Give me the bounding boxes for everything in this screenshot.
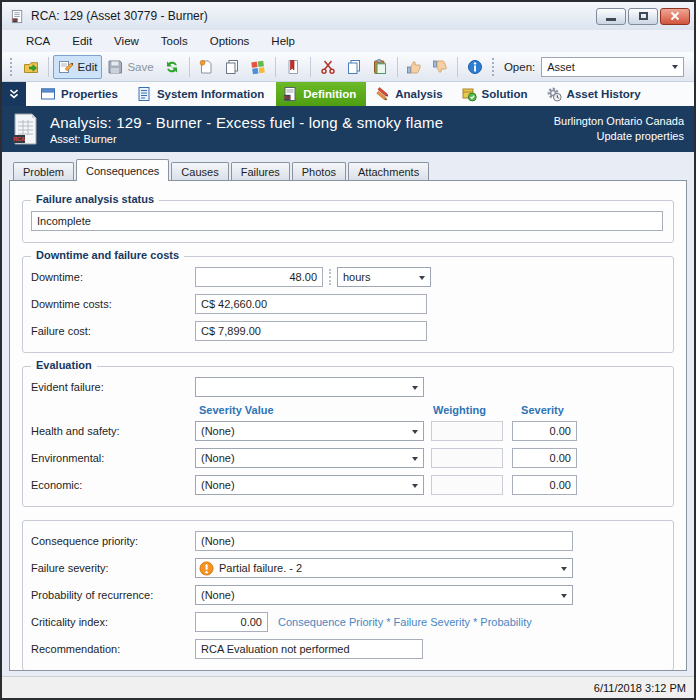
tab-strip: Problem Consequences Causes Failures Pho… [9,158,687,180]
probability-of-recurrence-label: Probability of recurrence: [31,589,195,601]
economic-value: (None) [196,479,407,491]
nav-item-properties[interactable]: Properties [34,82,128,106]
banner-location: Burlington Ontario Canada [554,114,684,129]
failure-analysis-status-field[interactable]: Incomplete [31,211,663,231]
environmental-combobox[interactable]: (None) [195,448,424,468]
tab-problem[interactable]: Problem [13,162,74,181]
info-button[interactable] [462,55,488,79]
approve-button[interactable] [401,55,427,79]
group-failure-analysis-status: Failure analysis status Incomplete [22,200,674,243]
menu-item-options[interactable]: Options [200,32,260,50]
rca-banner-icon: RCA [12,113,38,145]
open-combobox-value: Asset [542,61,667,73]
economic-severity-field[interactable]: 0.00 [512,475,577,495]
paste-button[interactable] [367,55,393,79]
severity-value-header: Severity Value [195,404,431,416]
cut-icon [320,59,336,75]
collapse-button[interactable] [2,82,26,106]
chevron-down-icon[interactable] [407,422,423,440]
chevron-down-icon[interactable] [556,559,572,577]
chevron-down-icon[interactable] [414,268,430,286]
group-title: Failure analysis status [31,193,159,205]
menu-item-tools[interactable]: Tools [151,32,198,50]
maximize-icon [639,12,648,20]
close-icon [670,11,680,21]
copy-button[interactable] [341,55,367,79]
group-summary: Consequence priority: (None) Failure sev… [22,520,674,671]
tab-consequences[interactable]: Consequences [76,159,169,181]
copy-pages-icon [224,59,240,75]
probability-of-recurrence-combobox[interactable]: (None) [195,585,573,605]
health-safety-label: Health and safety: [31,425,195,437]
red-bookmark-icon [285,59,301,75]
recommendation-label: Recommendation: [31,643,195,655]
menu-item-edit[interactable]: Edit [62,32,102,50]
status-datetime: 6/11/2018 3:12 PM [594,682,686,694]
new-item-button[interactable] [193,55,219,79]
nav-item-definition[interactable]: RCA Definition [276,82,366,106]
economic-combobox[interactable]: (None) [195,475,424,495]
maximize-button[interactable] [628,8,658,25]
nav-item-asset-history[interactable]: Asset History [540,82,651,106]
minimize-icon [606,18,616,21]
nav-item-label: Analysis [395,88,442,100]
environmental-severity-field[interactable]: 0.00 [512,448,577,468]
update-properties-link[interactable]: Update properties [554,129,684,144]
downtime-unit-combobox[interactable]: hours [337,267,431,287]
chevron-down-icon[interactable] [556,586,572,604]
recommendation-field[interactable]: RCA Evaluation not performed [195,639,423,659]
group-downtime-costs: Downtime and failure costs Downtime: 48.… [22,256,674,353]
cut-button[interactable] [315,55,341,79]
chevron-down-icon[interactable] [667,58,683,76]
downtime-input[interactable]: 48.00 [195,267,323,287]
nav-item-system-information[interactable]: System Information [130,82,274,106]
reject-button[interactable] [427,55,453,79]
open-folder-button[interactable] [18,55,44,79]
edit-button-label: Edit [78,61,98,73]
criticality-formula-text: Consequence Priority * Failure Severity … [278,616,532,628]
close-button[interactable] [660,8,690,25]
tab-attachments[interactable]: Attachments [348,162,429,181]
economic-label: Economic: [31,479,195,491]
chevron-down-icon[interactable] [407,449,423,467]
tab-photos[interactable]: Photos [292,162,346,181]
menu-bar: RCA Edit View Tools Options Help [2,30,694,52]
nav-item-analysis[interactable]: Analysis [368,82,452,106]
save-button: Save [102,55,158,79]
menu-item-view[interactable]: View [104,32,149,50]
tab-causes[interactable]: Causes [171,162,228,181]
criticality-index-field[interactable]: 0.00 [195,612,268,632]
open-combobox[interactable]: Asset [541,57,684,77]
title-bar: RCA RCA: 129 (Asset 30779 - Burner) [2,2,694,30]
windows-button[interactable] [245,55,271,79]
menu-item-rca[interactable]: RCA [16,32,60,50]
health-safety-combobox[interactable]: (None) [195,421,424,441]
consequence-priority-field[interactable]: (None) [195,531,573,551]
app-icon: RCA [10,9,25,24]
nav-item-solution[interactable]: Solution [455,82,538,106]
duplicate-button[interactable] [219,55,245,79]
banner-title: Analysis: 129 - Burner - Excess fuel - l… [50,114,554,131]
evaluation-row-health-safety: Health and safety: (None) 0.00 [31,421,665,441]
evident-failure-combobox[interactable] [195,377,424,397]
failure-severity-combobox[interactable]: Partial failure. - 2 [195,558,573,578]
evident-failure-label: Evident failure: [31,381,195,393]
toolbar-separator [310,57,311,77]
downtime-label: Downtime: [31,271,195,283]
failure-cost-field[interactable]: C$ 7,899.00 [195,321,427,341]
minimize-button[interactable] [596,8,626,25]
failure-severity-value: Partial failure. - 2 [214,562,556,574]
save-button-label: Save [127,61,153,73]
weighting-header: Weighting [431,404,510,416]
tab-failures[interactable]: Failures [231,162,290,181]
refresh-button[interactable] [159,55,185,79]
chevron-down-icon[interactable] [407,378,423,396]
chevron-down-icon[interactable] [407,476,423,494]
menu-item-help[interactable]: Help [261,32,305,50]
report-button[interactable] [280,55,306,79]
downtime-costs-field[interactable]: C$ 42,660.00 [195,294,427,314]
open-label: Open: [504,61,535,73]
edit-button[interactable]: Edit [53,55,103,79]
health-safety-severity-field[interactable]: 0.00 [512,421,577,441]
warning-icon [199,561,214,576]
